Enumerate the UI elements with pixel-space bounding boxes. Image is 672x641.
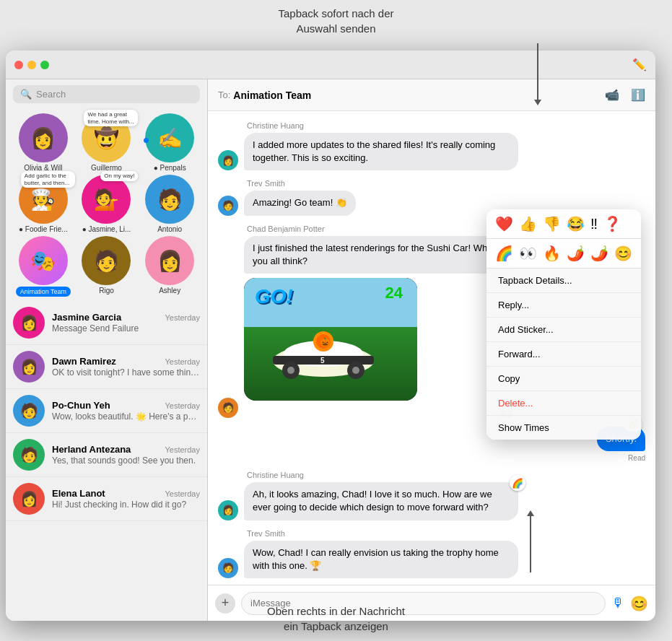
24h-text: 24: [385, 284, 403, 302]
pinned-label-jasmine: ● Jasmine, Li...: [82, 225, 131, 233]
app-window: ✏️ 🔍 Search 👩 Olivia & Will: [6, 51, 655, 621]
avatar-penpals: ✍️: [145, 113, 194, 162]
sender-name-2: Trev Smith: [218, 179, 645, 188]
conv-avatar-dawn-ramirez: 👩: [13, 351, 45, 383]
tapback-eyes[interactable]: 👀: [519, 245, 537, 262]
arrow-bottom: [530, 515, 531, 572]
conv-item-po-chun-yeh[interactable]: 🧑 Po-Chun Yeh Yesterday Wow, looks beaut…: [6, 389, 207, 433]
conv-info-jasmine-garcia: Jasmine Garcia Yesterday Message Send Fa…: [52, 312, 200, 333]
conv-time-herland-antezana: Yesterday: [165, 445, 200, 454]
menu-item-reply[interactable]: Reply...: [486, 293, 641, 318]
conv-name-elena-lanot: Elena Lanot: [52, 488, 105, 499]
bubble-1: I added more updates to the shared files…: [244, 133, 518, 170]
message-group-1: Christine Huang 👩 I added more updates t…: [218, 121, 645, 170]
tapback-fire[interactable]: 🔥: [543, 245, 561, 262]
chat-header-actions: 📹 ℹ️: [605, 88, 645, 102]
pinned-item-antonio[interactable]: 🧑 Antonio: [139, 175, 200, 233]
tapback-haha[interactable]: 😂: [567, 215, 585, 232]
tapback-question[interactable]: ❓: [603, 215, 621, 232]
pinned-label-antonio: Antonio: [157, 225, 182, 233]
menu-item-delete[interactable]: Delete...: [486, 391, 641, 416]
pinned-item-rigo[interactable]: 🧑 Rigo: [77, 236, 137, 297]
search-bar[interactable]: 🔍 Search: [13, 85, 200, 103]
tapback-heart[interactable]: ❤️: [495, 215, 513, 232]
main-area: 🔍 Search 👩 Olivia & Will 🤠 We had a grea…: [6, 79, 655, 621]
conv-name-jasmine-garcia: Jasmine Garcia: [52, 312, 121, 323]
conv-info-herland-antezana: Herland Antezana Yesterday Yes, that sou…: [52, 444, 200, 466]
pinned-item-animation-team[interactable]: 🎭 Animation Team: [13, 236, 74, 297]
pinned-label-ashley: Ashley: [159, 287, 180, 295]
conv-info-po-chun-yeh: Po-Chun Yeh Yesterday Wow, looks beautif…: [52, 400, 200, 422]
chat-area: To: Animation Team 📹 ℹ️ Christine Huang …: [208, 79, 655, 621]
menu-item-copy[interactable]: Copy: [486, 367, 641, 391]
svg-point-7: [352, 367, 359, 374]
avatar-ashley: 👩: [145, 236, 194, 285]
conv-avatar-jasmine-garcia: 👩: [13, 307, 45, 339]
bubble-5: Ah, it looks amazing, Chad! I love it so…: [244, 482, 518, 520]
close-button[interactable]: [14, 61, 23, 69]
message-row-1: 👩 I added more updates to the shared fil…: [218, 133, 645, 170]
conv-time-jasmine-garcia: Yesterday: [165, 313, 200, 322]
bubble-3: I just finished the latest renderings fo…: [244, 236, 518, 274]
minimize-button[interactable]: [27, 61, 36, 69]
conv-avatar-po-chun-yeh: 🧑: [13, 395, 45, 427]
tapback-thumbs-up[interactable]: 👍: [519, 215, 537, 232]
fullscreen-button[interactable]: [40, 61, 49, 69]
tapback-pepper2[interactable]: 🌶️: [590, 245, 608, 262]
info-icon[interactable]: ℹ️: [631, 88, 645, 102]
pinned-label-animation-team: Animation Team: [16, 287, 71, 297]
pinned-item-jasmine[interactable]: 💁 On my way! ● Jasmine, Li...: [77, 175, 137, 233]
title-bar: ✏️: [6, 51, 655, 79]
message-group-5: Christine Huang 👩 Ah, it looks amazing, …: [218, 471, 645, 520]
conv-time-po-chun-yeh: Yesterday: [165, 401, 200, 410]
conv-name-po-chun-yeh: Po-Chun Yeh: [52, 400, 110, 411]
conv-time-elena-lanot: Yesterday: [165, 489, 200, 498]
pinned-item-ashley[interactable]: 👩 Ashley: [139, 236, 200, 297]
conv-item-elena-lanot[interactable]: 👩 Elena Lanot Yesterday Hi! Just checkin…: [6, 477, 207, 521]
conv-preview-herland-antezana: Yes, that sounds good! See you then.: [52, 455, 200, 466]
sidebar: 🔍 Search 👩 Olivia & Will 🤠 We had a grea…: [6, 79, 208, 621]
conv-time-dawn-ramirez: Yesterday: [165, 357, 200, 366]
conv-item-jasmine-garcia[interactable]: 👩 Jasmine Garcia Yesterday Message Send …: [6, 301, 207, 345]
menu-item-forward[interactable]: Forward...: [486, 342, 641, 367]
pinned-item-olivia-will[interactable]: 👩 Olivia & Will: [13, 113, 74, 172]
tapback-exclamation[interactable]: ‼️: [590, 216, 598, 232]
video-call-icon[interactable]: 📹: [605, 88, 619, 102]
pinned-item-foodie[interactable]: 🧑‍🍳 Add garlic to the butter, and then..…: [13, 175, 74, 233]
conv-avatar-elena-lanot: 👩: [13, 483, 45, 515]
conv-item-dawn-ramirez[interactable]: 👩 Dawn Ramirez Yesterday OK to visit ton…: [6, 345, 207, 389]
context-menu: ❤️ 👍 👎 😂 ‼️ ❓ 🌈 👀 🔥 🌶️ 🌶️ 😊 Tapback D: [486, 209, 641, 440]
read-status-4: Read: [218, 454, 645, 462]
annotation-bottom: Oben rechts in der Nachricht ein Tapback…: [0, 603, 672, 634]
traffic-lights: [14, 61, 49, 69]
conv-name-dawn-ramirez: Dawn Ramirez: [52, 356, 116, 367]
bubble-preview-jasmine: On my way!: [100, 171, 138, 181]
go-text: GO!: [255, 285, 293, 308]
svg-text:🎃: 🎃: [320, 336, 331, 347]
menu-item-add-sticker[interactable]: Add Sticker...: [486, 318, 641, 342]
svg-point-5: [287, 367, 294, 374]
menu-item-tapback-details[interactable]: Tapback Details...: [486, 269, 641, 293]
tapback-smile[interactable]: 😊: [614, 245, 632, 262]
chat-recipient: Animation Team: [233, 90, 311, 101]
pinned-item-guillermo[interactable]: 🤠 We had a great time. Home with... Guil…: [77, 113, 137, 172]
chat-header: To: Animation Team 📹 ℹ️: [208, 79, 655, 111]
conv-info-elena-lanot: Elena Lanot Yesterday Hi! Just checking …: [52, 488, 200, 510]
tapback-pepper[interactable]: 🌶️: [567, 245, 585, 262]
pinned-label-penpals: ● Penpals: [154, 164, 186, 172]
conv-preview-elena-lanot: Hi! Just checking in. How did it go?: [52, 500, 200, 510]
conv-item-herland-antezana[interactable]: 🧑 Herland Antezana Yesterday Yes, that s…: [6, 433, 207, 477]
message-row-6: 🧑 Wow, Chad! I can really envision us ta…: [218, 541, 645, 578]
message-group-6: Trev Smith 🧑 Wow, Chad! I can really env…: [218, 529, 645, 578]
pinned-item-penpals[interactable]: ✍️ ● Penpals: [139, 113, 200, 172]
conv-preview-jasmine-garcia: Message Send Failure: [52, 323, 200, 333]
conv-name-herland-antezana: Herland Antezana: [52, 444, 131, 455]
menu-item-show-times[interactable]: Show Times: [486, 416, 641, 440]
compose-button[interactable]: ✏️: [632, 58, 647, 71]
tapback-rainbow[interactable]: 🌈: [495, 245, 513, 262]
svg-text:5: 5: [320, 357, 325, 365]
avatar-jasmine: 💁: [82, 175, 131, 224]
image-bubble-3: GO! 24: [244, 278, 417, 401]
tapback-thumbs-down[interactable]: 👎: [543, 215, 561, 232]
conv-preview-dawn-ramirez: OK to visit tonight? I have some things …: [52, 367, 200, 378]
